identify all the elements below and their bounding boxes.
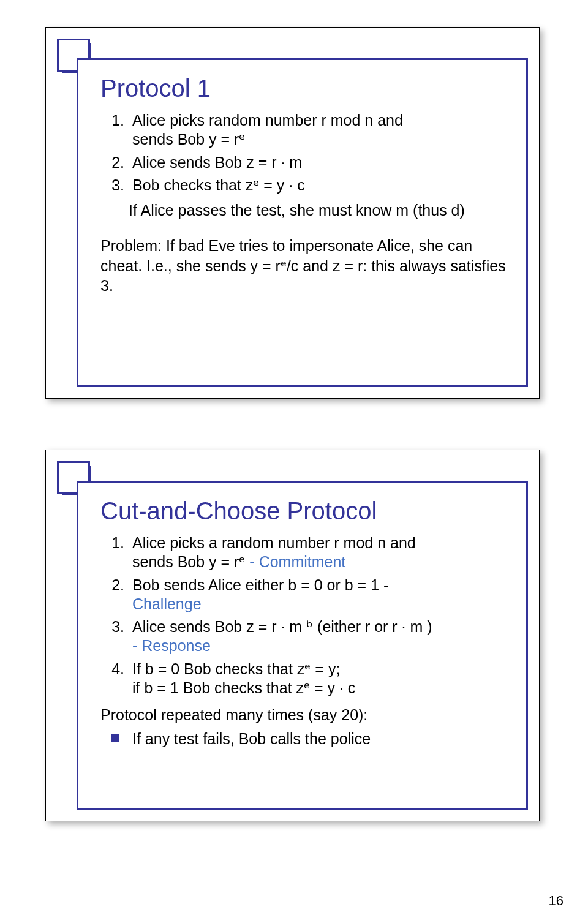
slide-frame: Cut-and-Choose Protocol Alice picks a ra…	[77, 481, 528, 810]
slide-protocol-1: Protocol 1 Alice picks random number r m…	[45, 27, 540, 399]
step-3-response: - Response	[132, 637, 211, 654]
step-4-line2: if b = 1 Bob checks that zᵉ = y · c	[132, 679, 355, 696]
step-1: Alice picks a random number r mod n and …	[129, 533, 508, 572]
slide-frame: Protocol 1 Alice picks random number r m…	[77, 58, 528, 387]
step-4: If b = 0 Bob checks that zᵉ = y; if b = …	[129, 660, 508, 698]
step-2-challenge: Challenge	[132, 595, 202, 612]
step-1-line2: sends Bob y = rᵉ	[132, 130, 245, 148]
step-3-line1: Bob checks that zᵉ = y · c	[132, 176, 305, 194]
step-3-line1: Alice sends Bob z = r · m ᵇ (either r or…	[132, 618, 432, 635]
slide-cut-and-choose: Cut-and-Choose Protocol Alice picks a ra…	[45, 450, 540, 821]
step-2: Alice sends Bob z = r · m	[129, 153, 508, 172]
step-2-line1: Bob sends Alice either b = 0 or b = 1 -	[132, 576, 388, 593]
slide-title: Cut-and-Choose Protocol	[100, 497, 508, 525]
protocol-steps: Alice picks a random number r mod n and …	[100, 533, 508, 698]
step-3-cont: If Alice passes the test, she must know …	[100, 201, 508, 220]
step-3: Bob checks that zᵉ = y · c	[129, 176, 508, 195]
step-1: Alice picks random number r mod n and se…	[129, 111, 508, 149]
footer-bullets: If any test fails, Bob calls the police	[100, 729, 508, 749]
slide-title: Protocol 1	[100, 75, 508, 102]
step-1-line1: Alice picks random number r mod n and	[132, 111, 403, 129]
step-4-line1: If b = 0 Bob checks that zᵉ = y;	[132, 660, 340, 677]
page: Protocol 1 Alice picks random number r m…	[0, 0, 588, 915]
protocol-steps: Alice picks random number r mod n and se…	[100, 111, 508, 195]
footer-text: Protocol repeated many times (say 20):	[100, 705, 508, 725]
step-3: Alice sends Bob z = r · m ᵇ (either r or…	[129, 617, 508, 656]
step-1-line1: Alice picks a random number r mod n and	[132, 534, 416, 551]
step-1-line2a: sends Bob y = rᵉ	[132, 553, 249, 570]
step-2: Bob sends Alice either b = 0 or b = 1 - …	[129, 576, 508, 614]
footer-bullet-1: If any test fails, Bob calls the police	[129, 729, 508, 749]
problem-text: Problem: If bad Eve tries to impersonate…	[100, 236, 508, 296]
page-number: 16	[549, 893, 564, 909]
step-1-commitment: - Commitment	[249, 553, 345, 570]
